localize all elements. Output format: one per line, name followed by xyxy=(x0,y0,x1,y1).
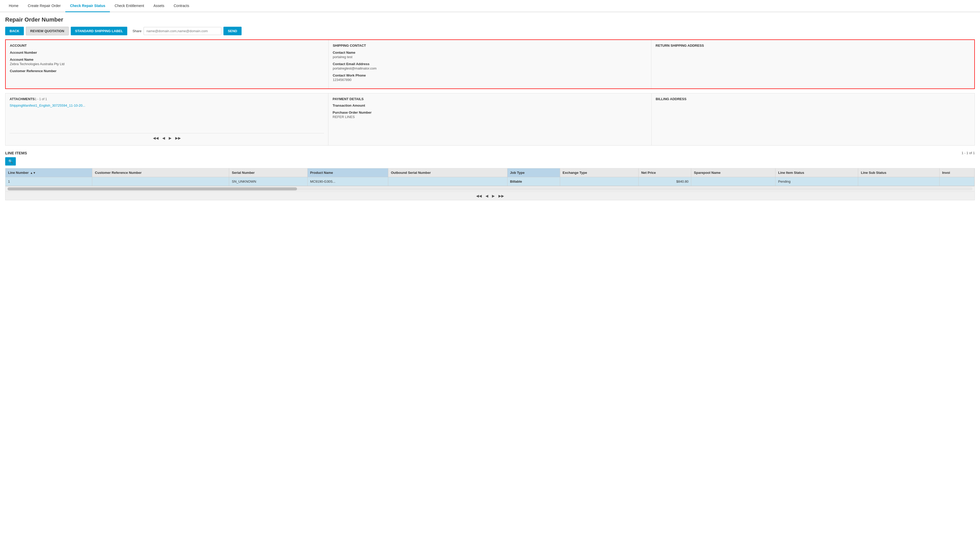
contact-name-field: Contact Name portalreg test xyxy=(333,51,647,59)
account-number-label: Account Number xyxy=(10,51,324,54)
transaction-amount-label: Transaction Amount xyxy=(332,104,647,107)
col-product-name[interactable]: Product Name xyxy=(307,168,388,177)
cell-exchange-type xyxy=(560,177,638,186)
attachments-pagination: ◀◀ ◀ ▶ ▶▶ xyxy=(10,133,324,142)
cell-net-price: $840.80 xyxy=(638,177,691,186)
col-serial-number[interactable]: Serial Number xyxy=(229,168,307,177)
line-items-table: Line Number ▲▼ Customer Reference Number… xyxy=(5,168,975,186)
cell-line-item-status: Pending xyxy=(775,177,858,186)
table-row[interactable]: 1 SN_UNKNOWN MC9190-G30S... Billable $84… xyxy=(5,177,975,186)
customer-ref-label: Customer Reference Number xyxy=(10,69,324,73)
attachment-link[interactable]: ShippingManifest1_English_30725594_11-10… xyxy=(10,104,324,107)
share-label: Share xyxy=(132,29,142,33)
review-quotation-button[interactable]: REVIEW QUOTATION xyxy=(26,27,69,35)
line-items-count: 1 - 1 of 1 xyxy=(962,151,975,155)
nav-item-home[interactable]: Home xyxy=(4,0,23,12)
line-items-table-wrapper: Line Number ▲▼ Customer Reference Number… xyxy=(5,168,975,200)
payment-panel: PAYMENT DETAILS Transaction Amount Purch… xyxy=(328,93,651,145)
page-title: Repair Order Number xyxy=(5,16,975,23)
nav-bar: Home Create Repair Order Check Repair St… xyxy=(0,0,980,12)
contact-email-field: Contact Email Address portalregtest@mail… xyxy=(333,62,647,70)
account-panel: ACCOUNT Account Number Account Name Zebr… xyxy=(6,40,329,88)
cell-customer-ref xyxy=(92,177,229,186)
po-number-label: Purchase Order Number xyxy=(332,110,647,115)
contact-name-value: portalreg test xyxy=(333,55,647,59)
nav-item-assets[interactable]: Assets xyxy=(149,0,169,12)
lower-section: ATTACHMENTS 1 - 1 of 1 ShippingManifest1… xyxy=(5,93,975,145)
col-line-sub-status[interactable]: Line Sub Status xyxy=(858,168,939,177)
col-outbound-serial[interactable]: Outbound Serial Number xyxy=(388,168,508,177)
col-job-type[interactable]: Job Type xyxy=(507,168,560,177)
table-last-page-btn[interactable]: ▶▶ xyxy=(497,193,505,198)
cell-sparepool xyxy=(691,177,775,186)
account-number-field: Account Number xyxy=(10,51,324,54)
table-prev-page-btn[interactable]: ◀ xyxy=(484,193,489,198)
col-line-item-status[interactable]: Line Item Status xyxy=(775,168,858,177)
first-page-btn[interactable]: ◀◀ xyxy=(152,136,160,140)
nav-item-create-repair[interactable]: Create Repair Order xyxy=(23,0,65,12)
col-customer-ref[interactable]: Customer Reference Number xyxy=(92,168,229,177)
billing-panel: BILLING ADDRESS xyxy=(652,93,975,145)
nav-item-contracts[interactable]: Contracts xyxy=(169,0,194,12)
shipping-contact-panel: SHIPPING CONTACT Contact Name portalreg … xyxy=(329,40,652,88)
table-next-page-btn[interactable]: ▶ xyxy=(491,193,496,198)
cell-line-sub-status xyxy=(858,177,939,186)
line-items-title: LINE ITEMS xyxy=(5,151,27,155)
payment-title: PAYMENT DETAILS xyxy=(332,97,647,101)
account-name-field: Account Name Zebra Technologies Australi… xyxy=(10,57,324,66)
toolbar: BACK REVIEW QUOTATION STANDARD SHIPPING … xyxy=(5,27,975,35)
info-section: ACCOUNT Account Number Account Name Zebr… xyxy=(5,40,975,89)
shipping-contact-title: SHIPPING CONTACT xyxy=(333,43,647,48)
standard-shipping-label-button[interactable]: STANDARD SHIPPING LABEL xyxy=(71,27,127,35)
attachments-count: 1 - 1 of 1 xyxy=(35,97,47,101)
next-page-btn[interactable]: ▶ xyxy=(168,136,173,140)
nav-item-check-repair[interactable]: Check Repair Status xyxy=(65,0,110,12)
back-button[interactable]: BACK xyxy=(5,27,24,35)
col-sparepool[interactable]: Sparepool Name xyxy=(691,168,775,177)
line-items-header: LINE ITEMS 1 - 1 of 1 xyxy=(5,151,975,155)
cell-outbound-serial xyxy=(388,177,508,186)
cell-job-type: Billable xyxy=(507,177,560,186)
col-net-price[interactable]: Net Price xyxy=(638,168,691,177)
attachments-title: ATTACHMENTS xyxy=(10,97,35,101)
po-number-field: Purchase Order Number REFER LINES xyxy=(332,110,647,119)
line-items-search-button[interactable]: 🔍 xyxy=(5,157,16,166)
account-name-label: Account Name xyxy=(10,57,324,62)
po-number-value: REFER LINES xyxy=(332,115,647,119)
return-shipping-title: RETURN SHIPPING ADDRESS xyxy=(655,43,970,48)
cell-line-number: 1 xyxy=(5,177,92,186)
customer-ref-field: Customer Reference Number xyxy=(10,69,324,73)
table-first-page-btn[interactable]: ◀◀ xyxy=(475,193,483,198)
transaction-amount-field: Transaction Amount xyxy=(332,104,647,107)
contact-email-label: Contact Email Address xyxy=(333,62,647,66)
cell-product-name: MC9190-G30S... xyxy=(307,177,388,186)
col-exchange-type[interactable]: Exchange Type xyxy=(560,168,638,177)
nav-item-check-entitlement[interactable]: Check Entitlement xyxy=(110,0,149,12)
share-input[interactable] xyxy=(143,27,221,35)
col-line-number[interactable]: Line Number ▲▼ xyxy=(5,168,92,177)
cell-invoice xyxy=(939,177,974,186)
cell-serial-number: SN_UNKNOWN xyxy=(229,177,307,186)
contact-phone-field: Contact Work Phone 1234567890 xyxy=(333,73,647,82)
last-page-btn[interactable]: ▶▶ xyxy=(174,136,182,140)
horizontal-scrollbar[interactable] xyxy=(5,186,975,192)
table-pagination: ◀◀ ◀ ▶ ▶▶ xyxy=(5,192,975,200)
send-button[interactable]: SEND xyxy=(223,27,242,35)
contact-phone-label: Contact Work Phone xyxy=(333,73,647,77)
attachments-panel: ATTACHMENTS 1 - 1 of 1 ShippingManifest1… xyxy=(5,93,328,145)
prev-page-btn[interactable]: ◀ xyxy=(161,136,166,140)
billing-title: BILLING ADDRESS xyxy=(656,97,970,101)
account-panel-title: ACCOUNT xyxy=(10,43,324,48)
return-shipping-panel: RETURN SHIPPING ADDRESS xyxy=(651,40,974,88)
contact-phone-value: 1234567890 xyxy=(333,78,647,82)
account-name-value: Zebra Technologies Australia Pty Ltd xyxy=(10,62,324,66)
contact-name-label: Contact Name xyxy=(333,51,647,54)
contact-email-value: portalregtest@mailinator.com xyxy=(333,66,647,70)
col-invoice[interactable]: Invoi xyxy=(939,168,974,177)
